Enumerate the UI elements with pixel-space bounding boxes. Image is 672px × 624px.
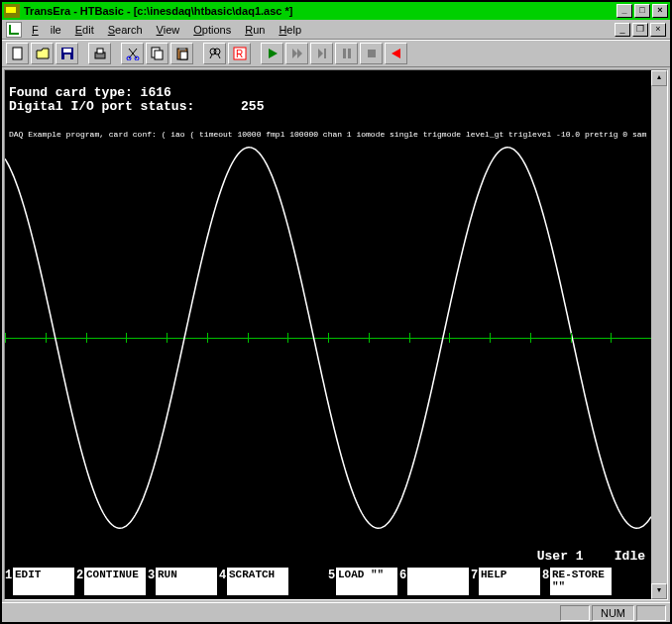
app-window: TransEra - HTBasic - [c:\inesdaq\htbasic… [0,0,672,624]
menu-search[interactable]: Search [102,22,149,38]
svg-rect-12 [180,52,187,59]
terminal-view: Found card type: i616 Digital I/O port s… [4,69,668,600]
svg-rect-2 [63,49,71,52]
vertical-scrollbar[interactable]: ▴ ▾ [651,70,667,599]
axis-tick [571,333,572,343]
fkey-2[interactable]: 2CONTINUE [76,568,148,599]
output-line-1: Found card type: i616 [9,85,171,100]
svg-point-14 [214,49,220,54]
svg-rect-9 [155,51,163,59]
fkey-7[interactable]: 7HELP [471,568,542,599]
fkey-5[interactable]: 5LOAD "" [328,568,399,599]
status-bar: NUM [2,602,670,622]
record-icon[interactable] [385,43,407,64]
save-icon[interactable] [56,43,78,64]
function-keys: 1EDIT2CONTINUE3 RUN4SCRATCH5LOAD ""67HEL… [5,568,651,599]
mdi-close-button[interactable]: × [650,23,666,37]
open-file-icon[interactable] [31,43,54,64]
fkey-number: 3 [148,568,156,582]
fkey-number: 7 [471,568,479,582]
fkey-number: 1 [5,568,13,582]
status-numlock: NUM [592,605,634,621]
svg-rect-5 [97,49,103,53]
pause-icon[interactable] [335,43,358,64]
output-line-2: Digital I/O port status: 255 [9,99,264,114]
replace-icon[interactable]: R [228,43,251,64]
run-icon[interactable] [261,43,283,64]
user-status: User 1 Idle [537,549,645,564]
menu-help[interactable]: Help [273,22,307,38]
status-cell-empty1 [560,605,590,621]
menu-view[interactable]: View [151,22,186,38]
scroll-up-button[interactable]: ▴ [651,70,667,86]
fkey-label [407,568,469,595]
menu-bar: File Edit Search View Options Run Help _… [2,20,670,40]
fkey-number: 4 [219,568,227,582]
axis-tick [46,333,47,343]
menu-edit[interactable]: Edit [69,22,100,38]
axis-tick [5,333,6,343]
axis-tick [167,333,168,343]
toolbar: R [2,40,670,67]
fkey-label: CONTINUE [84,568,146,595]
maximize-button[interactable]: □ [634,4,650,18]
mdi-minimize-button[interactable]: _ [615,23,630,37]
axis-tick [328,333,329,343]
fkey-8[interactable]: 8RE-STORE "" [542,568,614,599]
svg-rect-19 [348,49,351,58]
step-icon[interactable] [285,43,308,64]
axis-tick [207,333,208,343]
menu-options[interactable]: Options [187,22,237,38]
close-button[interactable]: × [652,4,668,18]
svg-rect-0 [13,48,22,59]
new-file-icon[interactable] [6,43,29,64]
axis-tick [248,333,249,343]
titlebar[interactable]: TransEra - HTBasic - [c:\inesdaq\htbasic… [2,2,670,20]
axis-tick [86,333,87,343]
status-cell-empty2 [636,605,666,621]
svg-text:R: R [236,49,243,59]
fkey-number: 8 [542,568,550,582]
axis-tick [530,333,531,343]
svg-rect-18 [343,49,346,58]
svg-rect-17 [324,49,326,58]
fkey-label: RUN [156,568,217,595]
axis-tick [490,333,491,343]
fkey-3[interactable]: 3 RUN [148,568,219,599]
minimize-button[interactable]: _ [616,4,632,18]
menu-file[interactable]: File [26,22,67,38]
document-icon[interactable] [6,22,22,38]
find-icon[interactable] [203,43,226,64]
print-icon[interactable] [88,43,111,64]
fkey-4[interactable]: 4SCRATCH [219,568,290,599]
svg-rect-20 [368,50,376,57]
fkey-number: 6 [399,568,407,582]
axis-tick [449,333,450,343]
fkey-1[interactable]: 1EDIT [5,568,76,599]
axis-tick [369,333,370,343]
svg-rect-3 [64,54,70,59]
fkey-label: EDIT [13,568,74,595]
fkey-number: 2 [76,568,84,582]
window-title: TransEra - HTBasic - [c:\inesdaq\htbasic… [24,5,292,17]
mdi-restore-button[interactable]: ❐ [632,23,648,37]
axis-tick [126,333,127,343]
plot-area [5,130,651,546]
fkey-number: 5 [328,568,336,582]
paste-icon[interactable] [170,43,193,64]
fkey-6[interactable]: 6 [399,568,471,599]
stop-icon[interactable] [360,43,383,64]
fkey-label: LOAD "" [336,568,397,595]
menu-run[interactable]: Run [239,22,271,38]
scroll-down-button[interactable]: ▾ [651,583,667,599]
fkey-label: SCRATCH [227,568,288,595]
axis-tick [409,333,410,343]
copy-icon[interactable] [146,43,168,64]
step-over-icon[interactable] [310,43,333,64]
axis-tick [611,333,612,343]
svg-rect-11 [179,48,185,51]
app-icon [4,4,20,18]
cut-icon[interactable] [121,43,144,64]
axis-tick [287,333,288,343]
fkey-label: HELP [479,568,540,595]
